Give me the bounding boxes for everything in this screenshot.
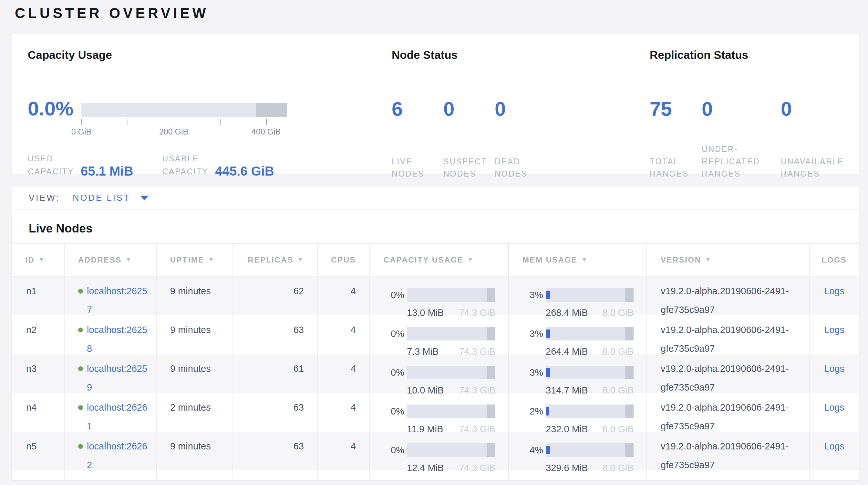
capacity-usage-section: Capacity Usage 0.0% 0 GiB200 GiB400 GiB …	[28, 49, 318, 61]
empty-cell	[809, 470, 859, 480]
usable-capacity-stat: USABLE CAPACITY 445.6 GiB	[162, 152, 274, 178]
live-status-dot-icon	[78, 327, 83, 333]
memory-usage-cell: 2%232.0 MiB8.0 GiB	[508, 393, 647, 432]
version-text: v19.2.0-alpha.20190606-2491-gfe735c9a97	[661, 320, 800, 358]
capacity-gauge-bar-wrap: 0 GiB200 GiB400 GiB	[82, 103, 287, 137]
memory-usage-used-segment	[546, 446, 550, 454]
table-row-partial	[11, 470, 859, 480]
gauge-tick	[128, 119, 128, 125]
memory-usage-bar	[546, 366, 633, 379]
logs-link[interactable]: Logs	[824, 441, 844, 451]
suspect-nodes-label: SUSPECT NODES	[443, 155, 495, 180]
column-header-replicas[interactable]: REPLICAS▼	[232, 244, 317, 276]
gauge-tick	[82, 119, 82, 125]
sort-arrow-icon: ▼	[705, 256, 712, 263]
cpus-cell: 4	[317, 315, 369, 354]
chevron-down-icon	[140, 196, 149, 200]
memory-usage-cell: 3%264.4 MiB8.0 GiB	[508, 315, 647, 354]
logs-cell: Logs	[809, 432, 859, 470]
capacity-usage-percent: 0%	[383, 445, 404, 456]
address-cell: localhost:26261	[64, 393, 156, 432]
table-row-n5: n5localhost:262629 minutes6340%12.4 MiB7…	[11, 432, 859, 470]
node-address-link[interactable]: localhost:26261	[87, 398, 150, 432]
empty-cell	[317, 470, 369, 480]
node-address-link[interactable]: localhost:26258	[87, 320, 150, 354]
gauge-tick-label: 0 GiB	[71, 127, 92, 137]
column-header-label: ID	[25, 255, 35, 264]
column-header-address[interactable]: ADDRESS▼	[64, 244, 156, 276]
capacity-usage-percent: 0%	[383, 406, 404, 417]
id-cell: n5	[11, 432, 64, 470]
memory-usage-cell: 3%314.7 MiB8.0 GiB	[508, 354, 647, 393]
memory-usage-bar	[546, 443, 633, 457]
gauge-tick-label: 200 GiB	[159, 127, 188, 137]
logs-cell: Logs	[809, 277, 859, 315]
live-nodes-label: LIVE NODES	[392, 155, 443, 180]
id-cell: n2	[11, 315, 64, 354]
memory-usage-bar	[546, 327, 633, 340]
capacity-usage-reserved-segment	[487, 288, 495, 302]
used-capacity-stat: USED CAPACITY 65.1 MiB	[28, 152, 133, 178]
memory-usage-percent: 3%	[523, 290, 543, 301]
column-header-id[interactable]: ID▼	[11, 244, 64, 276]
sort-arrow-icon: ▼	[126, 256, 132, 263]
address-cell: localhost:26258	[64, 315, 156, 354]
view-selector-dropdown[interactable]: NODE LIST	[73, 193, 149, 203]
id-cell: n1	[11, 277, 64, 315]
node-address-link[interactable]: localhost:26257	[87, 282, 150, 315]
sort-arrow-icon: ▼	[298, 256, 304, 263]
total-ranges-label: TOTAL RANGES	[650, 155, 702, 180]
sort-arrow-icon: ▼	[208, 256, 215, 263]
node-address-link[interactable]: localhost:26259	[87, 359, 150, 393]
memory-usage-bar	[546, 404, 633, 418]
column-header-memory[interactable]: MEM USAGE▼	[508, 244, 647, 276]
used-capacity-value: 65.1 MiB	[81, 164, 133, 178]
logs-link[interactable]: Logs	[824, 325, 844, 335]
live-nodes-value: 6	[392, 98, 443, 120]
column-header-version[interactable]: VERSION▼	[647, 244, 809, 276]
sort-arrow-icon: ▼	[467, 256, 474, 263]
replication-status-title: Replication Status	[650, 49, 748, 61]
logs-link[interactable]: Logs	[824, 286, 844, 296]
gauge-tick	[266, 119, 267, 125]
table-row-n4: n4localhost:262612 minutes6340%11.9 MiB7…	[11, 393, 859, 432]
live-status-dot-icon	[78, 405, 83, 410]
view-selected-value[interactable]: NODE LIST	[73, 193, 130, 203]
dead-nodes-value: 0	[495, 98, 543, 120]
capacity-usage-reserved-segment	[487, 443, 495, 457]
address-cell: localhost:26259	[64, 354, 156, 393]
table-row-n1: n1localhost:262579 minutes6240%13.0 MiB7…	[11, 277, 859, 315]
logs-link[interactable]: Logs	[824, 402, 844, 412]
logs-cell: Logs	[809, 354, 859, 393]
suspect-nodes-item: 0 SUSPECT NODES	[443, 98, 495, 180]
column-header-uptime[interactable]: UPTIME▼	[156, 244, 232, 276]
view-label: VIEW:	[29, 193, 60, 203]
memory-usage-used-segment	[546, 407, 549, 416]
capacity-usage-percent: 0%	[383, 290, 404, 301]
cpus-cell: 4	[317, 354, 369, 393]
live-nodes-item: 6 LIVE NODES	[392, 98, 443, 180]
column-header-capacity[interactable]: CAPACITY USAGE▼	[369, 244, 508, 276]
memory-usage-percent: 3%	[523, 367, 543, 378]
replicas-cell: 63	[232, 393, 317, 432]
version-cell: v19.2.0-alpha.20190606-2491-gfe735c9a97	[647, 315, 809, 354]
column-header-label: CPUS	[331, 255, 356, 264]
total-ranges-item: 75 TOTAL RANGES	[650, 98, 702, 180]
replicas-cell: 63	[232, 432, 317, 470]
memory-usage-percent: 2%	[523, 406, 543, 417]
column-header-label: LOGS	[822, 255, 847, 264]
empty-cell	[156, 470, 232, 480]
empty-cell	[11, 470, 64, 480]
under-replicated-ranges-value: 0	[702, 98, 781, 120]
empty-cell	[508, 470, 647, 480]
capacity-usage-reserved-segment	[487, 404, 495, 418]
capacity-gauge-reserved-segment	[256, 103, 287, 117]
node-address-link[interactable]: localhost:26262	[87, 437, 150, 470]
capacity-usage-cell: 0%13.0 MiB74.3 GiB	[369, 277, 508, 315]
empty-cell	[369, 470, 508, 480]
replicas-cell: 61	[232, 354, 317, 393]
capacity-usage-title: Capacity Usage	[28, 49, 318, 61]
memory-usage-used-segment	[546, 368, 550, 377]
uptime-cell: 9 minutes	[156, 354, 232, 393]
logs-link[interactable]: Logs	[824, 364, 844, 374]
